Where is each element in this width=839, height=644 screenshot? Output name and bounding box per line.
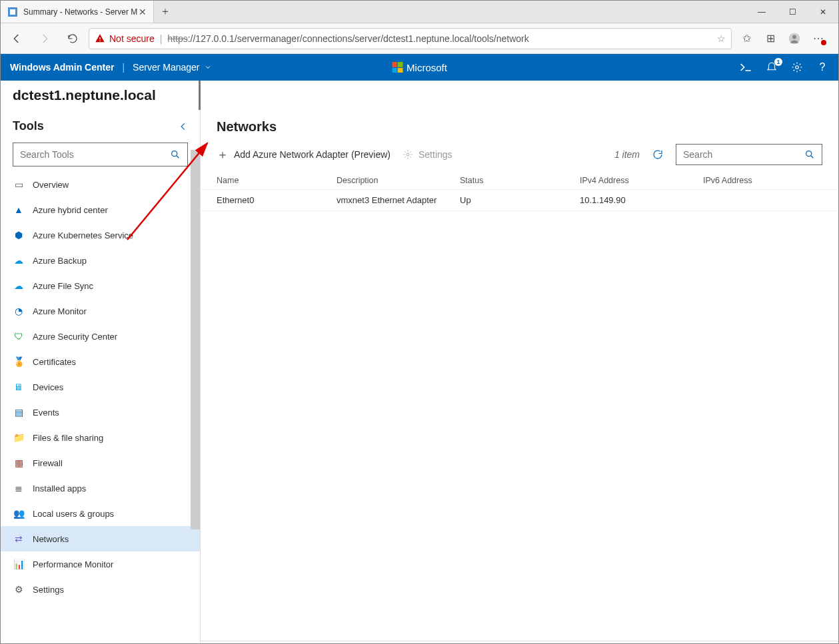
details-panel[interactable]: Details	[201, 641, 838, 644]
tools-header: Tools	[1, 110, 200, 137]
tool-label: Azure Kubernetes Service	[33, 230, 133, 240]
col-status[interactable]: Status	[460, 176, 580, 185]
powershell-icon[interactable]	[740, 61, 753, 74]
help-icon[interactable]: ?	[816, 61, 829, 74]
browser-tab[interactable]: Summary - Networks - Server M ✕	[1, 1, 154, 23]
sidebar-item-azure-security-center[interactable]: 🛡Azure Security Center	[1, 324, 200, 349]
tool-label: Local users & groups	[33, 509, 114, 519]
sidebar-item-firewall[interactable]: ▦Firewall	[1, 450, 200, 476]
maximize-button[interactable]: ☐	[777, 1, 808, 23]
search-networks-input[interactable]: Search	[676, 144, 822, 165]
sidebar-item-azure-backup[interactable]: ☁Azure Backup	[1, 248, 200, 273]
search-networks-placeholder: Search	[683, 149, 712, 160]
settings-button[interactable]: Settings	[403, 149, 452, 160]
refresh-list-icon[interactable]	[652, 149, 664, 161]
ms-logo-icon	[392, 62, 403, 73]
back-button[interactable]	[5, 27, 29, 51]
search-icon	[804, 149, 815, 160]
tool-label: Events	[33, 408, 59, 418]
tool-icon: ⚙	[13, 583, 25, 595]
col-ipv4[interactable]: IPv4 Address	[580, 176, 703, 185]
tool-label: Devices	[33, 382, 63, 392]
tool-icon: 🛡	[13, 330, 25, 342]
sidebar-item-networks[interactable]: ⇄Networks	[1, 526, 200, 551]
cell-ipv4: 10.1.149.90	[580, 195, 703, 205]
address-bar[interactable]: Not secure | https://127.0.0.1/serverman…	[89, 28, 732, 49]
header-separator: |	[122, 62, 125, 73]
sidebar-item-azure-file-sync[interactable]: ☁Azure File Sync	[1, 273, 200, 298]
sidebar-item-files-file-sharing[interactable]: 📁Files & file sharing	[1, 425, 200, 450]
tool-icon: ≣	[13, 482, 25, 494]
cell-ipv6	[703, 195, 822, 205]
tool-label: Certificates	[33, 357, 76, 367]
tool-icon: 📁	[13, 432, 25, 444]
page-body: Tools Search Tools ▭Overview▲Azure hybri…	[1, 110, 838, 644]
tool-icon: ▭	[13, 178, 25, 190]
minimize-button[interactable]: —	[746, 1, 777, 23]
collections-icon[interactable]: ⊞	[760, 28, 781, 49]
col-name[interactable]: Name	[217, 176, 337, 185]
microsoft-logo: Microsoft	[392, 62, 447, 73]
sidebar-item-settings[interactable]: ⚙Settings	[1, 577, 200, 602]
tool-label: Firewall	[33, 458, 63, 468]
host-title: dctest1.neptune.local	[1, 81, 201, 110]
tab-favicon-icon	[7, 7, 18, 17]
context-dropdown[interactable]: Server Manager	[133, 62, 211, 73]
brand-label[interactable]: Windows Admin Center	[10, 62, 114, 73]
sidebar-item-azure-kubernetes-service[interactable]: ⬢Azure Kubernetes Service	[1, 222, 200, 248]
svg-rect-3	[99, 40, 100, 41]
search-tools-input[interactable]: Search Tools	[13, 143, 188, 166]
profile-icon[interactable]	[784, 28, 805, 49]
sidebar-item-events[interactable]: ▤Events	[1, 400, 200, 425]
forward-button[interactable]	[33, 27, 57, 51]
plus-icon: ＋	[217, 147, 229, 162]
table-header: Name Description Status IPv4 Address IPv…	[201, 172, 838, 190]
table-row[interactable]: Ethernet0vmxnet3 Ethernet AdapterUp10.1.…	[201, 190, 838, 211]
add-adapter-button[interactable]: ＋ Add Azure Network Adapter (Preview)	[217, 147, 391, 162]
sidebar-item-devices[interactable]: 🖥Devices	[1, 374, 200, 400]
context-label: Server Manager	[133, 62, 199, 73]
favorites-icon[interactable]: ✩	[736, 28, 757, 49]
favorite-icon[interactable]: ☆	[717, 33, 726, 44]
app-header: Windows Admin Center | Server Manager Mi…	[1, 54, 838, 81]
tool-label: Files & file sharing	[33, 433, 103, 443]
tool-label: Networks	[33, 534, 69, 544]
close-window-button[interactable]: ✕	[808, 1, 838, 23]
sidebar-item-azure-hybrid-center[interactable]: ▲Azure hybrid center	[1, 197, 200, 222]
sidebar-scrollbar[interactable]	[191, 150, 200, 529]
settings-icon[interactable]	[790, 61, 804, 74]
tool-label: Overview	[33, 180, 69, 190]
refresh-button[interactable]	[61, 27, 85, 51]
sidebar-item-performance-monitor[interactable]: 📊Performance Monitor	[1, 551, 200, 577]
tool-label: Azure hybrid center	[33, 205, 108, 215]
collapse-sidebar-icon[interactable]	[179, 122, 188, 131]
sidebar-item-local-users-groups[interactable]: 👥Local users & groups	[1, 501, 200, 526]
url-divider: |	[160, 33, 163, 44]
new-tab-button[interactable]: ＋	[154, 1, 177, 23]
tool-icon: ▦	[13, 457, 25, 469]
tool-icon: ▤	[13, 406, 25, 418]
sidebar-item-certificates[interactable]: 🏅Certificates	[1, 349, 200, 374]
notifications-icon[interactable]: 1	[765, 61, 778, 74]
more-icon[interactable]: ⋯	[808, 28, 829, 49]
warning-icon	[95, 33, 105, 44]
tools-heading: Tools	[13, 119, 44, 133]
tool-icon: 🖥	[13, 381, 25, 393]
col-description[interactable]: Description	[337, 176, 460, 185]
browser-actions: ✩ ⊞ ⋯	[736, 28, 834, 49]
tool-label: Azure Backup	[33, 256, 87, 266]
sidebar-item-azure-monitor[interactable]: ◔Azure Monitor	[1, 298, 200, 324]
ms-label: Microsoft	[407, 62, 447, 73]
col-ipv6[interactable]: IPv6 Address	[703, 176, 822, 185]
security-warning: Not secure	[95, 33, 155, 44]
svg-point-7	[172, 151, 177, 157]
tool-icon: ◔	[13, 305, 25, 317]
tool-icon: 📊	[13, 558, 25, 570]
tool-icon: ☁	[13, 280, 25, 292]
tool-icon: ⬢	[13, 229, 25, 241]
close-tab-icon[interactable]: ✕	[139, 7, 147, 17]
sidebar-item-overview[interactable]: ▭Overview	[1, 172, 200, 197]
tool-label: Azure Security Center	[33, 332, 117, 342]
svg-point-6	[796, 66, 799, 69]
sidebar-item-installed-apps[interactable]: ≣Installed apps	[1, 476, 200, 501]
